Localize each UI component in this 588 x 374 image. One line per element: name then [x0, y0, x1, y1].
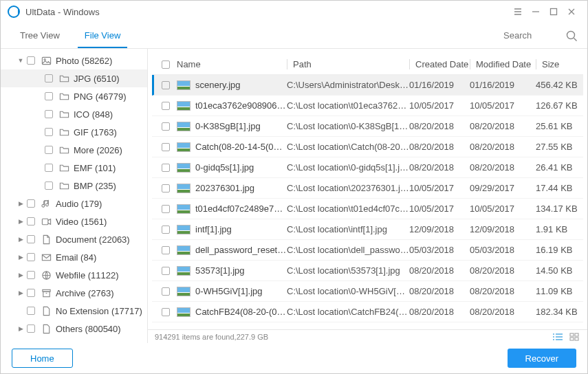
- table-row[interactable]: 53573[1].jpgC:\Lost location\53573[1].jp…: [152, 261, 583, 281]
- checkbox[interactable]: [27, 199, 35, 208]
- sidebar[interactable]: ▼ Photo (58262) JPG (6510) PNG (46779) I…: [1, 49, 148, 343]
- checkbox[interactable]: [45, 74, 53, 82]
- file-created-date: 08/20/2018: [409, 286, 470, 296]
- tree-item-bmp[interactable]: BMP (235): [1, 177, 147, 195]
- file-name: Catch(08-20-14-5(08-...: [195, 142, 287, 152]
- tree-item-archive[interactable]: ▶Archive (2763): [1, 284, 147, 302]
- table-row[interactable]: 0-gidq5s[1].jpgC:\Lost location\0-gidq5s…: [152, 157, 583, 178]
- tree-item-audio[interactable]: ▶Audio (179): [1, 195, 147, 212]
- grid-view-icon[interactable]: [568, 332, 580, 342]
- table-row[interactable]: 0-WH5GiV[1].jpgC:\Lost location\0-WH5GiV…: [152, 281, 583, 302]
- menu-icon[interactable]: [509, 3, 527, 21]
- chevron-right-icon[interactable]: ▶: [17, 289, 24, 296]
- tree-item-gif[interactable]: GIF (1763): [1, 123, 147, 141]
- tree-item-document[interactable]: ▶Document (22063): [1, 230, 147, 248]
- row-checkbox[interactable]: [162, 81, 170, 89]
- table-row[interactable]: dell_password_reset[1]...C:\Lost locatio…: [152, 240, 583, 261]
- table-row[interactable]: CatchFB24(08-20-(08-...C:\Lost location\…: [152, 302, 583, 322]
- col-size[interactable]: Size: [536, 59, 583, 69]
- table-row[interactable]: intf[1].jpgC:\Lost location\intf[1].jpg1…: [152, 219, 583, 240]
- checkbox[interactable]: [45, 182, 53, 190]
- chevron-right-icon[interactable]: ▶: [17, 200, 24, 207]
- row-checkbox[interactable]: [162, 205, 170, 213]
- close-icon[interactable]: [563, 3, 580, 21]
- tree-item-jpg[interactable]: JPG (6510): [1, 69, 147, 87]
- checkbox[interactable]: [27, 271, 35, 279]
- checkbox[interactable]: [27, 217, 35, 226]
- chevron-right-icon[interactable]: ▶: [17, 325, 24, 332]
- chevron-down-icon[interactable]: ▼: [17, 57, 24, 64]
- chevron-right-icon[interactable]: ▶: [17, 236, 24, 243]
- checkbox[interactable]: [27, 289, 35, 297]
- file-created-date: 08/20/2018: [409, 121, 470, 131]
- checkbox[interactable]: [45, 146, 53, 154]
- folder-icon: [58, 109, 69, 120]
- file-size: 1.91 KB: [536, 224, 583, 234]
- file-name: 202376301.jpg: [195, 183, 254, 193]
- row-checkbox[interactable]: [162, 143, 170, 151]
- row-checkbox[interactable]: [162, 226, 170, 234]
- chevron-right-icon[interactable]: ▶: [17, 218, 24, 225]
- checkbox[interactable]: [45, 110, 53, 118]
- chevron-right-icon[interactable]: ▶: [17, 272, 24, 278]
- checkbox[interactable]: [27, 56, 35, 65]
- tree-item-noext[interactable]: No Extension (17717): [1, 302, 147, 320]
- recover-button[interactable]: Recover: [508, 349, 576, 368]
- table-row[interactable]: t01ed4cf07c2489e7ac[...C:\Lost location\…: [152, 199, 583, 219]
- list-view-icon[interactable]: [552, 332, 564, 342]
- minimize-icon[interactable]: [527, 3, 545, 21]
- tree-label: Email (84): [56, 252, 96, 263]
- tree-item-video[interactable]: ▶Video (1561): [1, 212, 147, 230]
- tree-item-photo[interactable]: ▼ Photo (58262): [1, 52, 147, 69]
- row-checkbox[interactable]: [162, 122, 170, 131]
- col-created-date[interactable]: Created Date: [409, 59, 470, 69]
- table-row[interactable]: Catch(08-20-14-5(08-...C:\Lost location\…: [152, 137, 583, 157]
- col-modified-date[interactable]: Modified Date: [470, 59, 536, 69]
- row-checkbox[interactable]: [162, 102, 170, 110]
- file-size: 182.34 KB: [536, 307, 583, 317]
- home-button[interactable]: Home: [12, 349, 73, 368]
- tree-item-more[interactable]: More (2026): [1, 141, 147, 159]
- audio-icon: [41, 198, 52, 209]
- tab-tree-view[interactable]: Tree View: [8, 23, 72, 48]
- maximize-icon[interactable]: [545, 3, 563, 21]
- tree-item-webfile[interactable]: ▶Webfile (11122): [1, 266, 147, 284]
- checkbox[interactable]: [45, 128, 53, 136]
- row-checkbox[interactable]: [162, 164, 170, 172]
- table-row[interactable]: scenery.jpgC:\Users\Administrator\Deskto…: [152, 75, 583, 96]
- col-path[interactable]: Path: [287, 59, 409, 69]
- file-table[interactable]: Name Path Created Date Modified Date Siz…: [148, 49, 587, 329]
- checkbox[interactable]: [27, 324, 35, 333]
- search-icon[interactable]: [565, 30, 578, 42]
- row-checkbox[interactable]: [162, 287, 170, 296]
- row-checkbox[interactable]: [162, 308, 170, 316]
- file-modified-date: 08/20/2018: [470, 265, 536, 276]
- table-row[interactable]: 0-K38SgB[1].jpgC:\Lost location\0-K38SgB…: [152, 116, 583, 137]
- tree-item-ico[interactable]: ICO (848): [1, 105, 147, 123]
- tree-label: ICO (848): [74, 109, 113, 120]
- checkbox[interactable]: [45, 164, 53, 172]
- checkbox[interactable]: [45, 92, 53, 100]
- col-name[interactable]: Name: [177, 59, 287, 69]
- table-row[interactable]: 202376301.jpgC:\Lost location\202376301.…: [152, 178, 583, 199]
- header: Tree View File View: [1, 23, 587, 49]
- chevron-right-icon[interactable]: ▶: [17, 254, 24, 261]
- table-row[interactable]: t01eca3762e908906be...C:\Lost location\t…: [152, 96, 583, 116]
- file-name: 0-WH5GiV[1].jpg: [195, 286, 263, 296]
- app-logo-icon: [8, 6, 20, 18]
- checkbox[interactable]: [27, 235, 35, 243]
- tab-file-view[interactable]: File View: [72, 23, 133, 48]
- checkbox[interactable]: [27, 307, 35, 315]
- select-all-checkbox[interactable]: [162, 60, 170, 69]
- tree-item-email[interactable]: ▶Email (84): [1, 248, 147, 266]
- image-thumb-icon: [177, 163, 190, 173]
- search-input[interactable]: [503, 28, 565, 44]
- row-checkbox[interactable]: [162, 267, 170, 275]
- checkbox[interactable]: [27, 253, 35, 261]
- file-icon: [41, 305, 52, 316]
- tree-item-others[interactable]: ▶Others (800540): [1, 320, 147, 338]
- tree-item-emf[interactable]: EMF (101): [1, 159, 147, 177]
- row-checkbox[interactable]: [162, 184, 170, 192]
- tree-item-png[interactable]: PNG (46779): [1, 87, 147, 105]
- row-checkbox[interactable]: [162, 246, 170, 254]
